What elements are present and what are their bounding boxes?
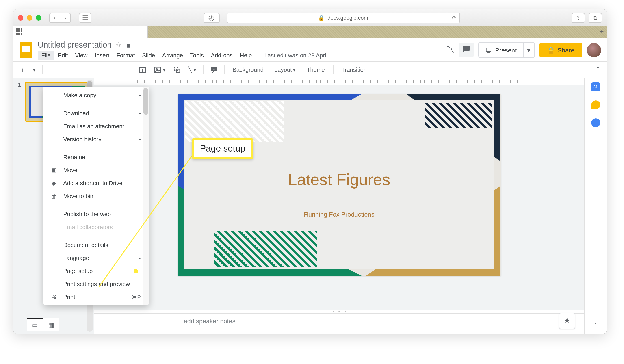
menu-addons[interactable]: Add-ons (207, 51, 236, 60)
address-bar[interactable]: 🔒 docs.google.com ⟳ (227, 12, 460, 23)
shape-tool-icon[interactable] (170, 64, 184, 76)
comment-tool-icon[interactable]: + (207, 64, 220, 76)
minimize-window-icon[interactable] (27, 15, 32, 20)
file-document-details[interactable]: Document details (44, 238, 149, 252)
sidebar-toggle-button[interactable]: ☰ (79, 13, 91, 23)
horizontal-ruler (94, 78, 584, 85)
annotation-callout: Page setup (192, 138, 253, 159)
notes-placeholder: add speaker notes (184, 317, 235, 325)
comments-button[interactable] (459, 43, 474, 57)
printer-icon: 🖨 (50, 294, 58, 300)
file-page-setup[interactable]: Page setup (44, 264, 149, 278)
share-sheet-button[interactable]: ⇪ (572, 13, 585, 23)
new-slide-button[interactable]: ＋ (17, 64, 28, 76)
file-email-attachment[interactable]: Email as an attachment (44, 120, 149, 133)
star-icon[interactable]: ☆ (115, 41, 122, 49)
present-label: Present (495, 46, 517, 53)
keep-addon-icon[interactable] (591, 101, 600, 109)
background-button[interactable]: Background (228, 65, 268, 75)
menu-slide[interactable]: Slide (138, 51, 159, 60)
document-header: Untitled presentation ☆ ▣ File Edit View… (13, 38, 606, 62)
current-slide[interactable]: Latest Figures Running Fox Productions (178, 94, 500, 276)
file-download[interactable]: Download▸ (44, 107, 149, 120)
sidepanel-toggle-icon[interactable]: › (595, 321, 597, 327)
file-email-collaborators: Email collaborators (44, 221, 149, 234)
last-edit-link[interactable]: Last edit was on 23 April (264, 52, 327, 59)
share-button[interactable]: 🔒 Share (539, 43, 582, 57)
file-print[interactable]: 🖨Print⌘P (44, 290, 149, 304)
theme-button[interactable]: Theme (302, 65, 329, 75)
menu-bar: File Edit View Insert Format Slide Arran… (38, 51, 327, 60)
url-host: docs.google.com (327, 15, 368, 21)
drive-shortcut-icon: ◆ (50, 180, 58, 186)
document-title[interactable]: Untitled presentation (38, 40, 112, 50)
file-menu-dropdown: Make a copy▸ Download▸ Email as an attac… (44, 87, 149, 305)
grid-view-button[interactable]: ▦ (43, 318, 59, 331)
menu-insert[interactable]: Insert (91, 51, 113, 60)
folder-move-icon: ▣ (50, 167, 58, 174)
toolbar: ＋ ▾ ▾ ╲ ▾ + Background Layout ▾ Theme Tr… (13, 62, 606, 78)
transition-button[interactable]: Transition (337, 65, 371, 75)
slide-canvas-area[interactable]: Latest Figures Running Fox Productions (94, 85, 584, 310)
trash-icon: 🗑 (50, 193, 58, 200)
file-move-to-bin[interactable]: 🗑Move to bin (44, 190, 149, 203)
slide-number: 1 (18, 81, 22, 88)
menu-format[interactable]: Format (113, 51, 138, 60)
slide-title-text[interactable]: Latest Figures (178, 170, 500, 189)
line-tool-icon[interactable]: ╲ ▾ (185, 65, 199, 75)
privacy-shield-icon[interactable]: ◴ (203, 13, 219, 23)
slide-subtitle-text[interactable]: Running Fox Productions (178, 211, 500, 218)
slides-logo-icon[interactable] (18, 40, 34, 60)
lock-icon: 🔒 (318, 15, 325, 21)
speaker-notes[interactable]: add speaker notes (94, 313, 584, 334)
fullscreen-window-icon[interactable] (36, 15, 41, 20)
file-version-history[interactable]: Version history▸ (44, 133, 149, 146)
file-make-a-copy[interactable]: Make a copy▸ (44, 89, 149, 102)
image-tool-icon[interactable]: ▾ (151, 64, 169, 76)
file-add-shortcut[interactable]: ◆Add a shortcut to Drive (44, 177, 149, 190)
active-browser-tab[interactable] (13, 26, 148, 38)
move-to-folder-icon[interactable]: ▣ (125, 41, 132, 49)
present-button[interactable]: Present ▾ (479, 42, 535, 58)
nav-back-button[interactable]: ‹ (49, 13, 60, 23)
view-mode-bar: ▭ ▦ (27, 318, 59, 331)
pane-resize-grip[interactable] (94, 310, 584, 313)
share-label: Share (557, 46, 574, 53)
account-avatar[interactable] (587, 43, 601, 57)
textbox-tool-icon[interactable] (136, 64, 149, 76)
menu-view[interactable]: View (72, 51, 91, 60)
window-controls (18, 15, 41, 20)
svg-rect-1 (155, 67, 161, 72)
browser-titlebar: ‹ › ☰ ◴ 🔒 docs.google.com ⟳ ⇪ ⧉ (13, 9, 606, 26)
menu-edit[interactable]: Edit (54, 51, 72, 60)
new-slide-dropdown[interactable]: ▾ (30, 65, 39, 75)
close-window-icon[interactable] (18, 15, 23, 20)
lock-icon: 🔒 (547, 46, 555, 53)
present-options-dropdown[interactable]: ▾ (523, 43, 534, 57)
filmstrip-view-button[interactable]: ▭ (27, 318, 43, 331)
side-panel: › (584, 78, 606, 334)
explore-button[interactable] (559, 313, 575, 329)
file-move[interactable]: ▣Move (44, 164, 149, 177)
activity-icon[interactable]: 〽︎ (446, 45, 454, 55)
reload-icon[interactable]: ⟳ (452, 15, 457, 21)
calendar-addon-icon[interactable] (591, 82, 600, 91)
collapse-toolbar-icon[interactable]: ˆ (593, 64, 603, 76)
menu-arrange[interactable]: Arrange (159, 51, 187, 60)
menu-tools[interactable]: Tools (186, 51, 207, 60)
new-tab-button[interactable]: + (599, 28, 604, 36)
menu-help[interactable]: Help (236, 51, 256, 60)
apps-launcher-icon[interactable] (16, 28, 23, 35)
tasks-addon-icon[interactable] (591, 118, 600, 127)
browser-tabstrip: + (13, 26, 606, 38)
dropdown-scrollbar[interactable] (143, 87, 149, 305)
file-publish[interactable]: Publish to the web (44, 208, 149, 221)
nav-forward-button[interactable]: › (60, 13, 71, 23)
tabs-overview-button[interactable]: ⧉ (589, 13, 602, 23)
layout-button[interactable]: Layout ▾ (270, 65, 300, 75)
file-print-settings[interactable]: Print settings and preview (44, 278, 149, 290)
file-language[interactable]: Language▸ (44, 252, 149, 264)
menu-file[interactable]: File (38, 51, 54, 60)
svg-text:+: + (213, 67, 215, 71)
file-rename[interactable]: Rename (44, 151, 149, 164)
